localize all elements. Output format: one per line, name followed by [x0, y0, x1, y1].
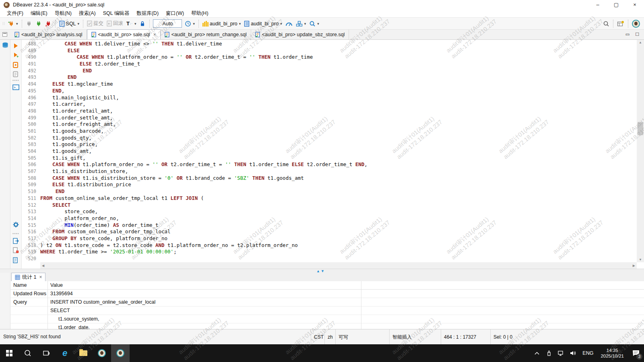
menu-item[interactable]: 编辑(E) [27, 9, 51, 18]
close-button[interactable]: × [625, 0, 644, 10]
maximize-button[interactable]: ▢ [607, 0, 625, 10]
quick-search-button[interactable] [602, 20, 611, 28]
minimize-button[interactable]: – [588, 0, 607, 10]
menu-item[interactable]: 帮助(H) [188, 9, 212, 18]
start-button[interactable] [0, 344, 19, 362]
menu-item[interactable]: SQL 编辑器 [99, 9, 133, 18]
column-divider[interactable] [47, 281, 48, 329]
file-explorer-button[interactable] [74, 344, 93, 362]
column-header-name[interactable]: Name [10, 281, 47, 289]
maximize-editor-icon[interactable]: ☐ [635, 32, 639, 37]
line-number: 507 [22, 168, 40, 175]
row-value: t1.order_date, [47, 323, 90, 329]
execute-statement-button[interactable] [12, 43, 19, 51]
scroll-down-icon[interactable]: ▼ [637, 258, 644, 261]
column-header-value[interactable]: Value [47, 281, 63, 289]
language-indicator[interactable]: ENG [579, 350, 597, 356]
panel-sash[interactable]: ▲▼ [0, 269, 644, 273]
database-selector[interactable]: audit_bi_pro ▾ [243, 20, 283, 28]
file-log-button[interactable] [12, 257, 19, 265]
taskbar-clock[interactable]: 14:35 2025/10/21 [597, 348, 628, 359]
line-number: 505 [22, 155, 40, 162]
tray-usb-icon[interactable] [543, 344, 555, 362]
dbeaver-taskbar-button-active[interactable] [111, 344, 130, 362]
packages-button[interactable]: ▾ [295, 20, 308, 28]
sql-editor-button[interactable]: SQL ▾ [58, 20, 81, 28]
connect-button[interactable] [25, 20, 33, 28]
action-center-button[interactable]: 3 [628, 344, 644, 362]
line-number: 492 [22, 68, 40, 74]
restore-panel-icon[interactable] [2, 32, 7, 37]
scroll-left-icon[interactable]: ◀ [42, 264, 44, 267]
vertical-scroll-thumb[interactable] [638, 122, 643, 135]
export-result-button[interactable] [12, 238, 19, 246]
connection-selector[interactable]: audit_bi_pro ▾ [201, 20, 242, 27]
rollback-button[interactable]: 回滚 [105, 19, 124, 28]
results-tab-bar: 统计 1 × [10, 273, 644, 281]
scroll-right-icon[interactable]: ▶ [633, 264, 635, 267]
horizontal-scrollbar[interactable]: ◀ ▶ [40, 262, 637, 269]
tab-label: <audit_bi_pro> sale.sql [98, 32, 150, 37]
execute-new-tab-button[interactable]: + [12, 52, 19, 60]
editor-tab[interactable]: <audit_bi_pro> return_change.sql [161, 29, 251, 39]
search-button[interactable]: ▾ [308, 20, 320, 28]
code-text: ELSE t1.distribution_price [40, 181, 131, 188]
table-row[interactable]: SELECT [10, 306, 644, 315]
commit-button[interactable]: 提交 [86, 19, 105, 28]
database-icon [244, 21, 250, 27]
tray-network-icon[interactable] [555, 344, 567, 362]
main-toolbar: ⁞⁞ + ▾ SQL ▾ 提交 回滚 T [0, 18, 644, 30]
table-row[interactable]: Updated Rows31395694 [10, 290, 644, 298]
status-item[interactable]: CST [311, 329, 324, 345]
execute-script-button[interactable] [12, 62, 19, 70]
dashboard-button[interactable] [284, 20, 294, 28]
sql-console-button[interactable]: >_ [12, 84, 19, 92]
menu-item[interactable]: 窗口(W) [162, 9, 188, 18]
tray-volume-icon[interactable] [567, 344, 579, 362]
settings-gear-icon[interactable] [12, 221, 19, 230]
vertical-scrollbar[interactable]: ▲ ▼ [637, 40, 644, 262]
open-perspective-button[interactable]: + [616, 20, 625, 28]
disconnect-button[interactable] [44, 20, 53, 28]
sql-code-editor[interactable]: 488 CASE WHEN t1.deliver_time <> '' THEN… [22, 40, 644, 262]
toolbar-drag-dots: •••• [12, 232, 19, 236]
editor-tab[interactable]: <audit_bi_pro> analysis.sql [10, 29, 87, 39]
status-item[interactable]: 可写 [335, 329, 389, 345]
table-row[interactable]: QueryINSERT INTO custom_online_sale_orde… [10, 298, 644, 306]
menu-item[interactable]: 数据库(D) [133, 9, 162, 18]
table-row[interactable]: t1.source_system, [10, 315, 644, 323]
plug-icon [26, 21, 32, 27]
dbeaver-taskbar-button[interactable] [93, 344, 111, 362]
taskbar-search-button[interactable] [19, 344, 37, 362]
tray-chevron-up-icon[interactable] [531, 344, 543, 362]
invalidate-connection-button[interactable] [34, 20, 43, 28]
refresh-plug-icon [35, 21, 42, 27]
code-line: 516 FROM custom_online_sale_order_tmp_lo… [22, 228, 637, 235]
menu-item[interactable]: 文件(F) [3, 9, 27, 18]
internet-explorer-button[interactable]: e [56, 344, 74, 362]
close-icon[interactable]: × [153, 32, 156, 37]
scroll-up-icon[interactable]: ▲ [637, 41, 644, 44]
new-connection-button[interactable]: + ▾ [7, 20, 19, 28]
close-icon[interactable]: × [39, 274, 42, 280]
status-item[interactable]: zh [324, 329, 335, 345]
editor-tab[interactable]: <audit_bi_pro> sale.sql× [87, 29, 161, 39]
file-warning-button[interactable]: ! [12, 247, 19, 255]
commit-mode-select[interactable]: Auto [153, 19, 182, 28]
database-navigator-icon[interactable] [2, 42, 9, 51]
explain-plan-button[interactable] [12, 71, 19, 79]
minimize-editor-icon[interactable]: ▭ [625, 32, 630, 37]
transaction-log-button[interactable]: T :· ▾ [125, 20, 137, 27]
column-divider[interactable] [361, 281, 361, 329]
row-name [10, 315, 47, 323]
dbeaver-perspective-button[interactable] [631, 19, 641, 29]
task-view-button[interactable] [37, 344, 56, 362]
status-item[interactable]: 智能插入 [389, 329, 441, 345]
menu-item[interactable]: 搜索(A) [75, 9, 99, 18]
editor-tab[interactable]: <audit_bi_pro> update_sbz_store.sql [251, 29, 349, 39]
lock-button[interactable] [138, 20, 147, 28]
transaction-timeout-button[interactable]: ▾ [184, 20, 196, 28]
table-row[interactable]: t1.order_date, [10, 323, 644, 329]
tab-statistics[interactable]: 统计 1 × [11, 273, 45, 281]
menu-item[interactable]: 导航(N) [51, 9, 75, 18]
